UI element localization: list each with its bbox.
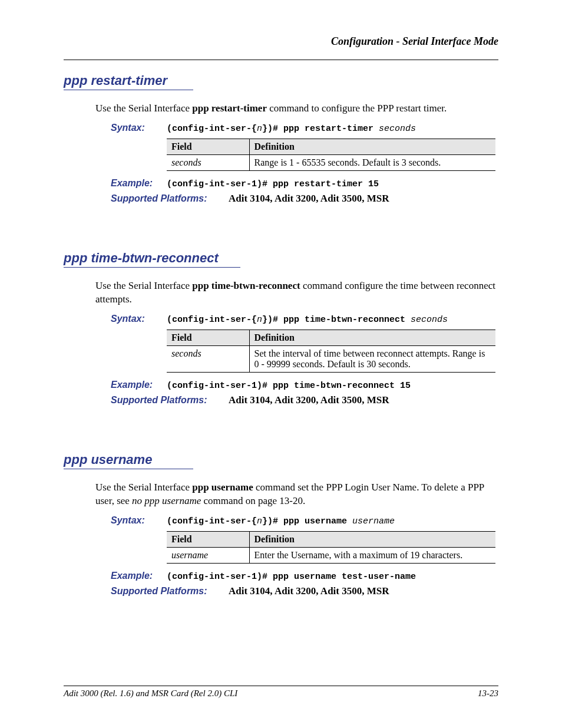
table-header: Field Definition [167, 531, 495, 547]
syntax-label: Syntax: [111, 123, 167, 133]
example-row: Example: (config-int-ser-1)# ppp time-bt… [111, 380, 498, 391]
example-text: (config-int-ser-1)# ppp username test-us… [167, 572, 416, 582]
section-desc: Use the Serial Interface ppp restart-tim… [95, 102, 498, 116]
platforms-text: Adit 3104, Adit 3200, Adit 3500, MSR [229, 193, 389, 205]
field-table: Field Definition seconds Range is 1 - 65… [167, 139, 498, 171]
footer-rule [64, 686, 498, 686]
platforms-text: Adit 3104, Adit 3200, Adit 3500, MSR [229, 394, 389, 406]
platforms-label: Supported Platforms: [111, 395, 229, 406]
footer-left: Adit 3000 (Rel. 1.6) and MSR Card (Rel 2… [64, 689, 237, 699]
table-header: Field Definition [167, 330, 495, 345]
table-row: seconds Range is 1 - 65535 seconds. Defa… [167, 154, 495, 170]
syntax-text: (config-int-ser-{n})# ppp restart-timer … [167, 124, 416, 134]
syntax-text: (config-int-ser-{n})# ppp time-btwn-reco… [167, 315, 448, 325]
field-table: Field Definition seconds Set the interva… [167, 330, 498, 373]
example-label: Example: [111, 571, 167, 581]
syntax-label: Syntax: [111, 314, 167, 324]
example-row: Example: (config-int-ser-1)# ppp usernam… [111, 571, 498, 582]
section-desc: Use the Serial Interface ppp username co… [95, 481, 498, 508]
syntax-text: (config-int-ser-{n})# ppp username usern… [167, 516, 395, 526]
platforms-row: Supported Platforms: Adit 3104, Adit 320… [111, 193, 498, 205]
platforms-label: Supported Platforms: [111, 193, 229, 204]
platforms-label: Supported Platforms: [111, 586, 229, 597]
example-text: (config-int-ser-1)# ppp restart-timer 15 [167, 179, 379, 189]
platforms-row: Supported Platforms: Adit 3104, Adit 320… [111, 585, 498, 597]
section-ppp-restart-timer: ppp restart-timer Use the Serial Interfa… [64, 73, 498, 205]
title-rule [64, 469, 193, 469]
section-title: ppp restart-timer [64, 73, 498, 88]
section-desc: Use the Serial Interface ppp time-btwn-r… [95, 279, 498, 307]
platforms-row: Supported Platforms: Adit 3104, Adit 320… [111, 394, 498, 406]
syntax-label: Syntax: [111, 515, 167, 526]
example-text: (config-int-ser-1)# ppp time-btwn-reconn… [167, 381, 411, 391]
section-ppp-username: ppp username Use the Serial Interface pp… [64, 452, 498, 597]
page-header: Configuration - Serial Interface Mode [64, 35, 498, 48]
syntax-row: Syntax: (config-int-ser-{n})# ppp restar… [111, 123, 498, 134]
table-header: Field Definition [167, 139, 495, 154]
example-label: Example: [111, 380, 167, 390]
example-label: Example: [111, 178, 167, 189]
table-row: username Enter the Username, with a maxi… [167, 547, 495, 563]
table-row: seconds Set the interval of time between… [167, 345, 495, 372]
section-title: ppp time-btwn-reconnect [64, 251, 498, 266]
section-ppp-time-btwn-reconnect: ppp time-btwn-reconnect Use the Serial I… [64, 251, 498, 406]
platforms-text: Adit 3104, Adit 3200, Adit 3500, MSR [229, 585, 389, 597]
syntax-row: Syntax: (config-int-ser-{n})# ppp userna… [111, 515, 498, 526]
section-title: ppp username [64, 452, 498, 467]
example-row: Example: (config-int-ser-1)# ppp restart… [111, 178, 498, 189]
field-table: Field Definition username Enter the User… [167, 531, 498, 564]
page-footer: Adit 3000 (Rel. 1.6) and MSR Card (Rel 2… [64, 686, 498, 699]
footer-right: 13-23 [478, 689, 498, 699]
title-rule [64, 90, 193, 90]
title-rule [64, 267, 240, 268]
header-rule [64, 60, 498, 60]
syntax-row: Syntax: (config-int-ser-{n})# ppp time-b… [111, 314, 498, 325]
